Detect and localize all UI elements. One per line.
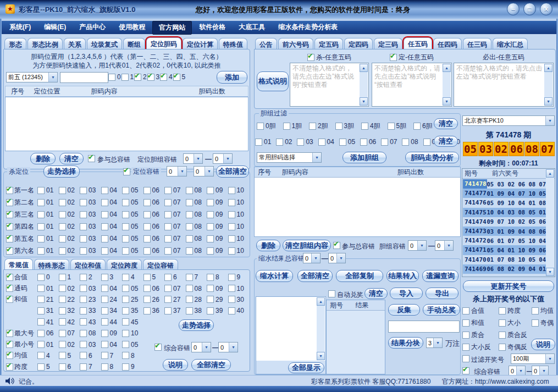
number-check[interactable]: 07 bbox=[164, 198, 186, 206]
number-check[interactable]: 06 bbox=[143, 186, 165, 194]
tab-定位计算[interactable]: 定位计算 bbox=[183, 38, 218, 49]
number-check[interactable]: 08 bbox=[186, 211, 207, 218]
input-textarea[interactable]: 不清楚输入格式的，请先点击左边”格式说明“按钮查看▲▼ bbox=[454, 63, 554, 107]
number-check[interactable]: 06 bbox=[143, 285, 165, 292]
number-check[interactable]: 25 bbox=[122, 296, 143, 303]
group-tolerance-from[interactable]: 0▼ bbox=[408, 240, 427, 251]
number-check[interactable]: 5 bbox=[143, 273, 165, 281]
checkbox[interactable] bbox=[122, 187, 129, 194]
number-check[interactable]: 09 bbox=[207, 285, 228, 292]
checkbox[interactable] bbox=[59, 247, 66, 255]
combo-tolerance-to[interactable]: 0▼ bbox=[218, 342, 238, 352]
rank-checkbox[interactable]: ✔ bbox=[6, 235, 13, 242]
tab-特殊形态[interactable]: 特殊形态 bbox=[34, 259, 69, 270]
checkbox[interactable] bbox=[255, 139, 262, 146]
history-row[interactable]: 74147605 09 10 04 01 08 bbox=[463, 198, 546, 207]
number-check[interactable]: 29 bbox=[207, 296, 228, 303]
dropdown-arrow-icon[interactable]: ▼ bbox=[336, 253, 345, 263]
show-all-button[interactable]: 全部显示 bbox=[288, 362, 324, 373]
value-check[interactable]: 跨度 bbox=[499, 306, 532, 316]
checkbox[interactable] bbox=[143, 285, 151, 292]
dropdown-arrow-icon[interactable]: ▼ bbox=[178, 167, 186, 176]
checkbox[interactable] bbox=[80, 318, 87, 325]
number-check[interactable]: 08 bbox=[186, 285, 207, 292]
checkbox[interactable] bbox=[37, 307, 45, 314]
checkbox[interactable] bbox=[499, 307, 506, 314]
checkbox[interactable] bbox=[37, 199, 45, 206]
checkbox[interactable] bbox=[462, 319, 469, 327]
number-check[interactable]: 02 bbox=[59, 341, 80, 349]
checkbox[interactable] bbox=[318, 139, 325, 146]
lottery-select[interactable]: 北京赛车PK10▼ bbox=[462, 115, 555, 126]
checkbox[interactable] bbox=[101, 199, 108, 206]
checkbox[interactable] bbox=[122, 363, 129, 371]
code-input[interactable] bbox=[60, 72, 108, 83]
checkbox[interactable] bbox=[122, 307, 129, 314]
number-check[interactable]: 10 bbox=[228, 186, 250, 194]
number-check[interactable]: 32 bbox=[59, 307, 80, 314]
digit-check[interactable]: ✔5 bbox=[173, 73, 186, 81]
checkbox[interactable]: ✔ bbox=[147, 74, 154, 81]
history-row[interactable]: 74147001 07 08 10 05 04 bbox=[463, 255, 546, 264]
number-check[interactable]: 09 bbox=[207, 223, 228, 230]
checkbox[interactable] bbox=[59, 223, 66, 230]
checkbox[interactable] bbox=[207, 307, 214, 314]
number-check[interactable]: 06 bbox=[143, 247, 165, 255]
checkbox[interactable] bbox=[388, 123, 395, 130]
number-check[interactable]: 07 bbox=[164, 223, 186, 230]
checkbox[interactable] bbox=[164, 211, 172, 218]
history-scrollbar[interactable]: ▲▼ bbox=[546, 169, 554, 276]
dan-check[interactable]: 1胆 bbox=[283, 122, 310, 131]
checkbox[interactable]: ✔ bbox=[173, 74, 180, 81]
checkbox[interactable] bbox=[207, 274, 214, 281]
number-check[interactable]: 10 bbox=[122, 329, 143, 337]
number-check[interactable]: 01 bbox=[37, 186, 59, 194]
value-checkbox[interactable]: ✔ bbox=[6, 285, 13, 292]
number-check[interactable]: 05 bbox=[122, 198, 143, 206]
maximize-button[interactable]: □ bbox=[523, 3, 536, 15]
number-check[interactable]: 44 bbox=[101, 318, 123, 326]
number-check[interactable]: 04 bbox=[101, 247, 123, 255]
common-danma-select[interactable]: 常用胆码选择▼ bbox=[257, 152, 322, 163]
number-check[interactable]: 31 bbox=[37, 307, 59, 314]
number-check[interactable]: 7 bbox=[101, 352, 123, 360]
checkbox[interactable] bbox=[101, 211, 108, 218]
number-check[interactable]: 05 bbox=[122, 247, 143, 255]
export-button[interactable]: 导出 bbox=[426, 288, 458, 299]
number-check[interactable]: 38 bbox=[186, 307, 207, 314]
tab-形态比例[interactable]: 形态比例 bbox=[27, 38, 63, 49]
column-checkbox[interactable]: ✔ bbox=[390, 54, 397, 61]
checkbox[interactable] bbox=[228, 274, 235, 281]
trend-select-button[interactable]: 走势选择 bbox=[43, 165, 80, 178]
number-check[interactable]: 05 bbox=[122, 285, 143, 292]
checkbox[interactable] bbox=[101, 318, 108, 325]
position-tolerance-checkbox[interactable]: ✔ bbox=[123, 168, 130, 175]
checkbox[interactable] bbox=[361, 123, 368, 130]
tab-前六号码[interactable]: 前六号码 bbox=[278, 38, 313, 49]
digit-check[interactable]: 1 bbox=[121, 73, 135, 81]
dropdown-arrow-icon[interactable]: ▼ bbox=[229, 343, 237, 352]
number-check[interactable]: 03 bbox=[297, 138, 318, 146]
tab-关系[interactable]: 关系 bbox=[64, 38, 86, 49]
checkbox[interactable] bbox=[80, 247, 87, 255]
group-tolerance-to[interactable]: 0▼ bbox=[435, 240, 454, 251]
number-check[interactable]: 5 bbox=[59, 352, 80, 360]
checkbox[interactable] bbox=[186, 211, 193, 218]
checkbox[interactable] bbox=[122, 247, 129, 255]
checkbox[interactable] bbox=[122, 274, 129, 281]
checkbox[interactable] bbox=[402, 139, 409, 146]
number-check[interactable]: 03 bbox=[80, 186, 101, 194]
clear-all-button-2[interactable]: 全部清空 bbox=[191, 359, 231, 371]
clear-button[interactable]: 清空 bbox=[59, 153, 84, 164]
checkbox[interactable] bbox=[37, 352, 45, 359]
tab-公告[interactable]: 公告 bbox=[255, 38, 277, 49]
import-button[interactable]: 导入 bbox=[390, 288, 423, 299]
tab-常规值[interactable]: 常规值 bbox=[4, 258, 33, 270]
checkbox[interactable] bbox=[381, 139, 388, 146]
checkbox[interactable] bbox=[80, 307, 87, 314]
tab-定位胆码[interactable]: 定位胆码 bbox=[146, 37, 181, 49]
draw-history-table[interactable]: 期号前六奖号 74147805 03 02 06 08 0774147701 0… bbox=[462, 168, 555, 277]
checkbox[interactable] bbox=[80, 363, 87, 371]
checkbox[interactable] bbox=[59, 211, 66, 218]
scroll-down-icon[interactable]: ▼ bbox=[443, 97, 451, 106]
